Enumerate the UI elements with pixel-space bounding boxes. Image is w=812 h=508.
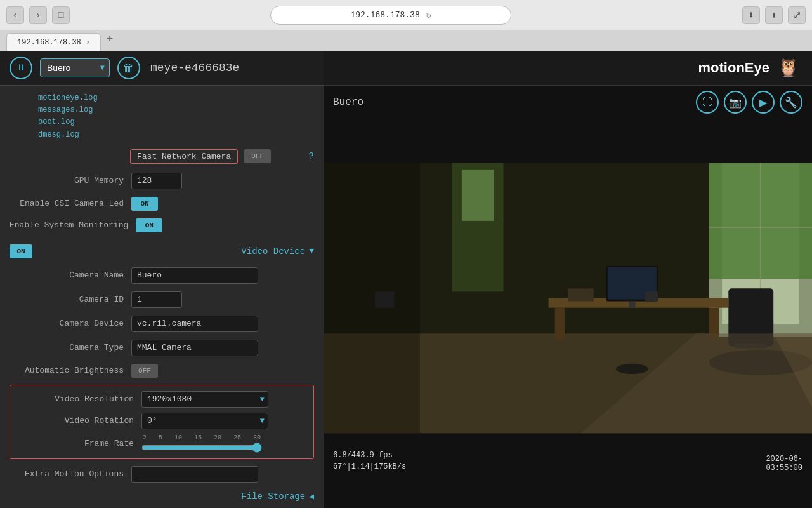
help-icon[interactable]: ? [309,151,314,161]
panel-content: motioneye.log messages.log boot.log dmes… [0,86,324,508]
motioneye-logo: motionEye [698,60,769,76]
fullscreen-camera-button[interactable]: ⛶ [696,91,719,114]
log-links: motioneye.log messages.log boot.log dmes… [0,86,324,144]
auto-brightness-label: Automatic Brightness [10,366,124,375]
gpu-memory-label: GPU Memory [10,176,124,185]
camera-scene-svg [324,86,812,508]
fps-display: 6.8/443.9 fps [333,450,406,461]
video-resolution-select[interactable]: 1920x1080 1280x720 640x480 [141,391,268,408]
right-panel: motionEye 🦉 Buero ⛶ 📷 ▶ 🔧 [324,51,812,508]
svg-rect-11 [555,308,565,340]
pause-icon: ⏸ [16,63,25,73]
slider-labels: 2 5 10 15 20 25 30 [141,434,262,441]
camera-id-row: Camera ID [0,288,324,312]
svg-rect-25 [324,163,420,434]
camera-id-label: Camera ID [10,295,124,304]
frame-rate-slider[interactable] [141,443,262,453]
play-button[interactable]: ▶ [752,91,775,114]
svg-rect-15 [629,302,635,308]
svg-rect-9 [462,170,494,221]
video-device-section: ON Video Device ▼ [0,239,324,264]
file-storage-arrow: ◀ [309,491,314,502]
reload-button[interactable]: ↻ [426,10,431,20]
camera-name-label: Camera Name [10,271,124,280]
pause-button[interactable]: ⏸ [10,57,32,79]
camera-name-row: Camera Name [0,264,324,288]
new-tab-button[interactable]: + [106,33,113,48]
frame-rate-row: Frame Rate 2 5 10 15 20 25 30 [10,432,313,455]
extra-motion-input[interactable] [131,466,258,483]
active-tab[interactable]: 192.168.178.38 × [6,33,101,51]
svg-rect-18 [568,288,594,301]
svg-rect-19 [645,291,658,301]
fast-network-camera-row: Fast Network Camera OFF ? [0,144,324,169]
video-device-title[interactable]: Video Device [241,246,305,257]
main-layout: ⏸ Buero ▼ 🗑 meye-e466683e motioneye.log … [0,51,812,508]
camera-device-row: Camera Device [0,312,324,336]
video-resolution-label: Video Resolution [20,394,134,404]
panel-header: ⏸ Buero ▼ 🗑 meye-e466683e [0,51,324,86]
address-bar[interactable]: 192.168.178.38 ↻ [270,6,511,25]
auto-brightness-row: Automatic Brightness OFF [0,360,324,382]
maximize-button[interactable]: □ [52,6,70,24]
camera-view: Buero ⛶ 📷 ▶ 🔧 [324,86,812,508]
camera-controls: ⛶ 📷 ▶ 🔧 [696,91,802,114]
video-device-toggle[interactable]: ON [10,244,32,258]
camera-device-label: Camera Device [10,319,124,328]
frame-rate-slider-container: 2 5 10 15 20 25 30 [141,434,262,453]
back-button[interactable]: ‹ [6,6,24,24]
address-text: 192.168.178.38 [350,10,419,20]
system-monitoring-label: Enable System Monitoring [10,220,128,230]
left-panel: ⏸ Buero ▼ 🗑 meye-e466683e motioneye.log … [0,51,324,508]
camera-id-input[interactable] [131,291,182,308]
stats-display: 67°|1.14|175kB/s [333,461,406,472]
extra-motion-label: Extra Motion Options [10,469,124,479]
time-display: 03:55:00 [766,464,802,472]
video-rotation-select[interactable]: 0° 90° 180° 270° [141,413,268,429]
system-monitoring-toggle[interactable]: ON [136,218,162,232]
camera-type-row: Camera Type [0,336,324,360]
fast-network-toggle[interactable]: OFF [244,149,271,163]
owl-icon: 🦉 [777,57,799,79]
location-selector-wrapper: Buero ▼ [40,58,110,77]
device-id-label: meye-e466683e [150,62,239,74]
camera-type-label: Camera Type [10,343,124,352]
download-button[interactable]: ⬇ [742,6,760,24]
auto-brightness-toggle[interactable]: OFF [131,364,158,378]
settings-button[interactable]: 🔧 [780,91,802,114]
camera-datetime-br: 2020-06- 03:55:00 [766,455,802,472]
camera-device-input[interactable] [131,316,258,332]
camera-name-input[interactable] [131,267,258,284]
browser-chrome: ‹ › □ 192.168.178.38 ↻ ⬇ ⬆ ⤢ [0,0,812,30]
video-rotation-row: Video Rotation 0° 90° 180° 270° ▼ [10,410,313,432]
motioneye-log-link[interactable]: motioneye.log [38,92,314,104]
dmesg-log-link[interactable]: dmesg.log [38,129,314,141]
video-rotation-wrapper: 0° 90° 180° 270° ▼ [141,413,268,429]
camera-stats-tl: 6.8/443.9 fps 67°|1.14|175kB/s [333,450,406,472]
gpu-memory-row: GPU Memory [0,169,324,193]
csi-camera-led-row: Enable CSI Camera Led ON [0,193,324,215]
fullscreen-button[interactable]: ⤢ [788,6,806,24]
svg-point-21 [616,364,648,374]
video-resolution-row: Video Resolution 1920x1080 1280x720 640x… [10,389,313,410]
system-monitoring-row: Enable System Monitoring ON [0,215,324,236]
camera-header-overlay: Buero ⛶ 📷 ▶ 🔧 [324,86,812,119]
share-button[interactable]: ⬆ [765,6,783,24]
forward-button[interactable]: › [29,6,47,24]
gpu-memory-input[interactable] [131,173,182,189]
extra-motion-row: Extra Motion Options [0,462,324,486]
file-storage-title[interactable]: File Storage [241,491,305,502]
date-display: 2020-06- [766,455,802,464]
csi-camera-led-label: Enable CSI Camera Led [10,199,124,208]
location-select[interactable]: Buero [40,58,110,77]
tab-close[interactable]: × [86,39,91,46]
file-storage-section: File Storage ◀ [0,486,324,507]
camera-type-input[interactable] [131,340,258,356]
csi-camera-led-toggle[interactable]: ON [131,197,158,211]
snapshot-button[interactable]: 📷 [724,91,747,114]
messages-log-link[interactable]: messages.log [38,104,314,116]
boot-log-link[interactable]: boot.log [38,116,314,128]
delete-device-button[interactable]: 🗑 [117,57,140,79]
frame-rate-label: Frame Rate [20,439,134,448]
video-settings-group: Video Resolution 1920x1080 1280x720 640x… [10,385,314,459]
